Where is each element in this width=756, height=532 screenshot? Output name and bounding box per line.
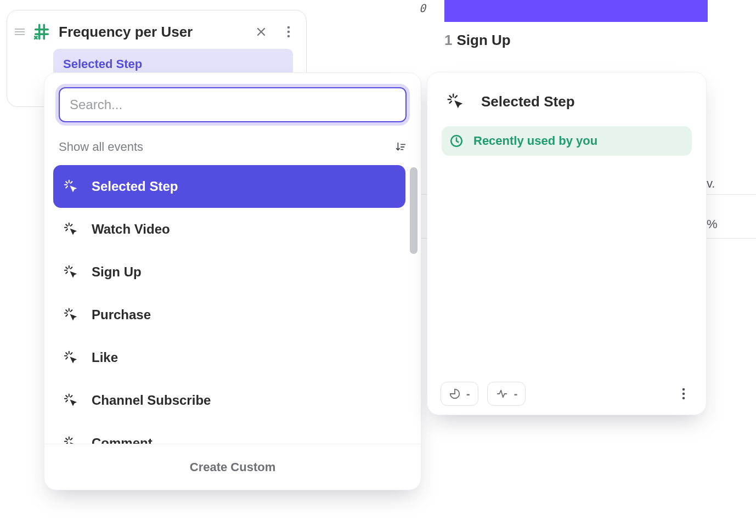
autocapture-event-icon bbox=[62, 220, 80, 238]
chart-fragment-text: % bbox=[707, 217, 718, 231]
autocapture-event-icon bbox=[445, 91, 466, 112]
create-custom-button[interactable]: Create Custom bbox=[44, 444, 421, 490]
recently-used-label: Recently used by you bbox=[473, 134, 597, 148]
funnel-step-name: Sign Up bbox=[456, 32, 510, 48]
event-option[interactable]: Selected Step bbox=[53, 165, 405, 208]
autocapture-event-icon bbox=[62, 306, 80, 324]
event-option-label: Watch Video bbox=[92, 222, 170, 237]
breakdown-more-button[interactable] bbox=[279, 22, 298, 42]
event-option-label: Selected Step bbox=[92, 179, 178, 194]
autocapture-event-icon bbox=[62, 349, 80, 366]
pie-stat-value: - bbox=[466, 388, 470, 400]
detail-more-button[interactable] bbox=[674, 388, 693, 400]
activity-stat-pill[interactable]: - bbox=[487, 382, 526, 406]
event-list: Selected StepWatch VideoSign UpPurchaseL… bbox=[44, 165, 421, 444]
create-custom-label: Create Custom bbox=[190, 460, 275, 474]
detail-title: Selected Step bbox=[481, 93, 575, 110]
event-option-label: Channel Subscribe bbox=[92, 393, 211, 408]
hash-icon bbox=[32, 22, 51, 41]
funnel-bar-step-0 bbox=[444, 0, 708, 22]
selected-step-tag-label: Selected Step bbox=[63, 57, 142, 71]
show-all-events-link[interactable]: Show all events bbox=[59, 140, 143, 154]
event-option[interactable]: Channel Subscribe bbox=[53, 379, 405, 422]
event-option-label: Like bbox=[92, 350, 118, 365]
kebab-icon bbox=[287, 26, 290, 38]
event-option[interactable]: Like bbox=[53, 336, 405, 379]
svg-point-6 bbox=[682, 397, 685, 400]
autocapture-event-icon bbox=[62, 178, 80, 195]
scrollbar-thumb[interactable] bbox=[410, 167, 418, 254]
recently-used-badge: Recently used by you bbox=[442, 126, 692, 156]
kebab-icon bbox=[682, 388, 685, 400]
svg-point-5 bbox=[682, 393, 685, 395]
pie-stat-pill[interactable]: - bbox=[441, 382, 478, 406]
event-option-label: Sign Up bbox=[92, 264, 142, 280]
event-option[interactable]: Sign Up bbox=[53, 251, 405, 293]
breakdown-title: Frequency per User bbox=[59, 24, 244, 41]
autocapture-event-icon bbox=[62, 434, 80, 444]
funnel-step-index: 1 bbox=[444, 32, 452, 48]
sort-button[interactable] bbox=[394, 141, 407, 153]
event-option[interactable]: Comment bbox=[53, 422, 405, 444]
pie-icon bbox=[449, 388, 461, 400]
sort-icon bbox=[394, 141, 407, 153]
close-icon bbox=[256, 26, 267, 37]
autocapture-event-icon bbox=[62, 392, 80, 409]
event-picker-popover: Show all events Selected StepWatch Video… bbox=[44, 72, 421, 490]
event-option-label: Comment bbox=[92, 435, 153, 444]
activity-icon bbox=[495, 388, 509, 400]
search-input[interactable] bbox=[59, 87, 407, 122]
event-option[interactable]: Purchase bbox=[53, 293, 405, 336]
activity-stat-value: - bbox=[514, 388, 518, 400]
event-detail-panel: Selected Step Recently used by you - - bbox=[427, 72, 707, 415]
remove-breakdown-button[interactable] bbox=[251, 22, 271, 42]
drag-handle-icon[interactable] bbox=[15, 29, 25, 35]
autocapture-event-icon bbox=[62, 263, 80, 281]
svg-point-1 bbox=[287, 31, 290, 33]
chart-fragment-text: v. bbox=[707, 177, 715, 191]
funnel-step-1-label[interactable]: 1Sign Up bbox=[444, 32, 511, 49]
svg-point-0 bbox=[287, 26, 290, 29]
clock-icon bbox=[449, 134, 464, 148]
svg-point-4 bbox=[682, 388, 685, 391]
svg-point-2 bbox=[287, 35, 290, 38]
event-option[interactable]: Watch Video bbox=[53, 208, 405, 251]
event-option-label: Purchase bbox=[92, 307, 151, 322]
funnel-bar-value: 0 bbox=[419, 2, 426, 15]
